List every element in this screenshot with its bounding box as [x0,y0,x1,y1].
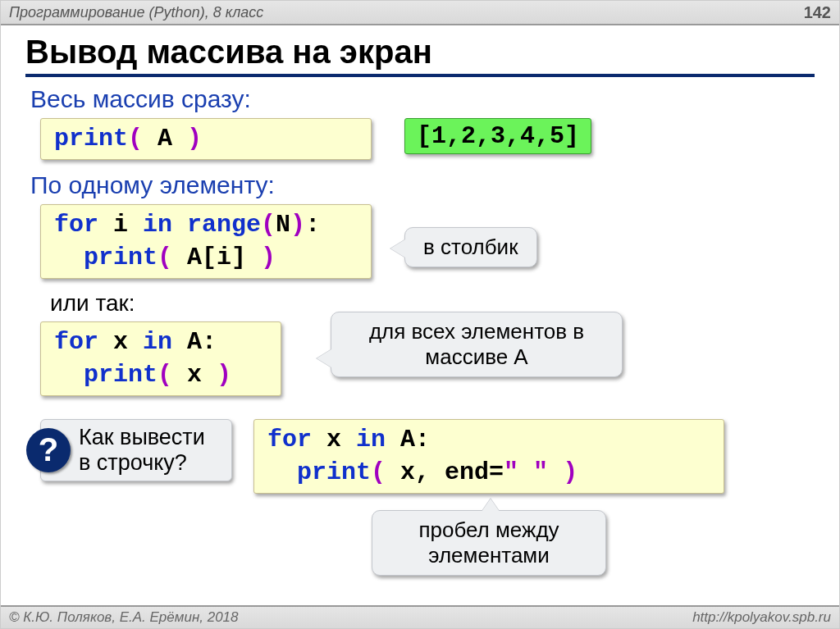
page-number: 142 [804,3,831,22]
copyright: © К.Ю. Поляков, Е.А. Ерёмин, 2018 [9,609,239,626]
code-for-in-a: for x in A: print( x ) [40,321,281,396]
output-array: [1,2,3,4,5] [404,118,591,154]
code-print-array: print( A ) [40,118,372,160]
section2-heading: По одному элементу: [30,171,815,199]
slide-title: Вывод массива на экран [25,34,815,77]
note-for-all: для всех элементов в массиве A [331,312,623,377]
note-for-all-text: для всех элементов в массиве A [369,319,584,369]
slide-header: Программирование (Python), 8 класс 142 [1,1,839,25]
slide-footer: © К.Ю. Поляков, Е.А. Ерёмин, 2018 http:/… [1,605,839,628]
note-space: пробел между элементами [372,510,606,576]
callout-tail-icon [390,239,405,258]
code-for-range: for i in range(N): print( A[i] ) [40,204,372,279]
question-box: ? Как вывести в строчку? [40,419,232,481]
question-text: Как вывести в строчку? [79,425,218,476]
callout-tail-icon [317,349,331,367]
footer-link[interactable]: http://kpolyakov.spb.ru [692,609,831,626]
course-label: Программирование (Python), 8 класс [9,4,263,21]
note-column-text: в столбик [423,235,518,259]
question-icon: ? [26,428,71,472]
note-space-text: пробел между элементами [418,517,559,567]
callout-tail-icon [482,499,500,512]
section1-heading: Весь массив сразу: [30,85,815,113]
note-column: в столбик [404,227,537,267]
slide-body: Вывод массива на экран Весь массив сразу… [1,25,839,576]
code-print-end: for x in A: print( x, end=" " ) [253,419,724,494]
